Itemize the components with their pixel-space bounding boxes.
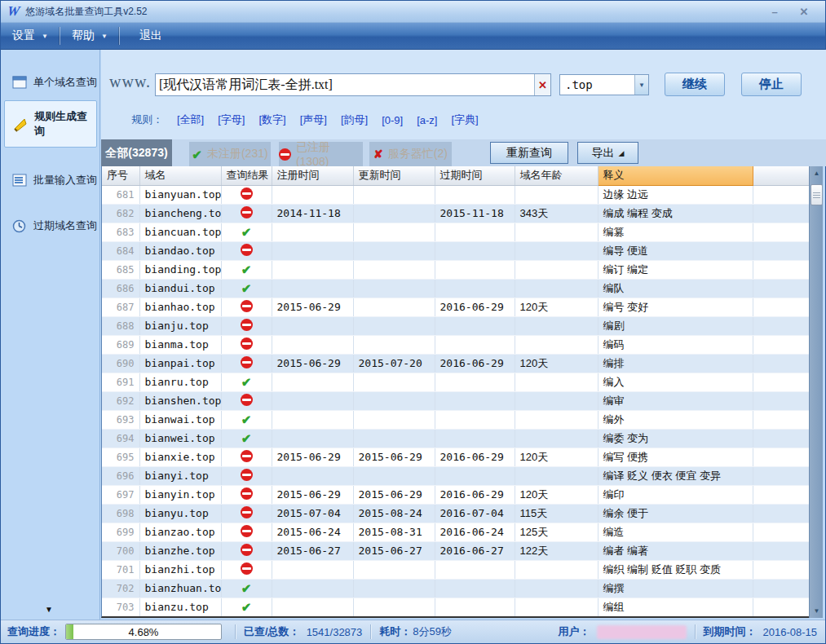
column-header-regdate[interactable]: 注册时间	[272, 166, 353, 185]
sidebar-item-expired-query[interactable]: 过期域名查询	[4, 210, 97, 242]
table-row[interactable]: 691bianru.top✔编入	[102, 373, 809, 391]
seq-cell: 685	[102, 260, 139, 279]
registered-denied-icon	[241, 525, 253, 537]
registered-denied-icon	[241, 337, 253, 350]
table-row[interactable]: 702bianzhuan.top✔编撰	[102, 579, 809, 598]
table-row[interactable]: 681bianyuan.top边缘 边远	[102, 185, 809, 204]
sidebar-scroll-more-icon[interactable]: ▼	[45, 605, 53, 614]
tab-all-results[interactable]: 全部(32873)	[101, 139, 172, 166]
rule-link-initials[interactable]: [声母]	[300, 112, 327, 127]
table-row[interactable]: 692bianshen.top编审	[102, 391, 809, 410]
expire-date-cell	[435, 241, 515, 260]
age-cell	[515, 279, 598, 298]
seq-cell: 681	[102, 185, 139, 204]
age-cell: 122天	[515, 541, 598, 560]
table-row[interactable]: 698bianyu.top2015-07-042015-08-242016-07…	[102, 504, 809, 523]
tab-unregistered[interactable]: ✔ 未注册(231)	[189, 142, 271, 166]
table-row[interactable]: 686biandui.top✔编队	[102, 279, 809, 298]
sidebar-item-rule-query[interactable]: 规则生成查询	[4, 100, 97, 148]
update-date-cell: 2015-08-31	[353, 523, 435, 541]
keyword-input[interactable]	[156, 74, 534, 95]
table-row[interactable]: 694bianwei.top✔编委 变为	[102, 429, 809, 448]
chevron-down-icon[interactable]: ▼	[42, 33, 48, 40]
sidebar-item-single-query[interactable]: 单个域名查询	[4, 66, 97, 99]
expire-date-cell	[435, 223, 515, 241]
menu-exit[interactable]: 退出	[128, 23, 174, 49]
status-divider	[695, 624, 696, 639]
domain-cell: bianyu.top	[139, 504, 221, 523]
rule-link-letters[interactable]: [字母]	[218, 112, 245, 127]
rule-link-digits[interactable]: [数字]	[258, 112, 285, 127]
chevron-down-icon[interactable]: ▼	[101, 33, 108, 40]
table-row[interactable]: 689bianma.top编码	[102, 335, 809, 354]
scroll-up-icon[interactable]: ▲	[810, 166, 824, 180]
table-row[interactable]: 693bianwai.top✔编外	[102, 410, 809, 429]
table-row[interactable]: 697bianyin.top2015-06-292015-06-292016-0…	[102, 485, 809, 504]
age-cell	[515, 335, 598, 354]
menu-help-label: 帮助	[72, 29, 95, 43]
rule-link-finals[interactable]: [韵母]	[341, 112, 368, 127]
table-row[interactable]: 695bianxie.top2015-06-292015-06-292016-0…	[102, 448, 809, 466]
rule-link-all[interactable]: [全部]	[177, 112, 204, 127]
table-row[interactable]: 687bianhao.top2015-06-292016-06-29120天编号…	[102, 298, 809, 316]
available-check-icon: ✔	[241, 262, 252, 276]
registered-denied-icon	[241, 300, 253, 312]
export-button[interactable]: 导出 ◢	[577, 142, 638, 164]
tab-server-busy[interactable]: ✘ 服务器忙(2)	[369, 142, 452, 166]
registered-denied-icon	[241, 356, 253, 368]
status-cell	[221, 560, 272, 579]
column-header-domain[interactable]: 域名	[139, 166, 221, 185]
column-header-result[interactable]: 查询结果	[221, 166, 272, 185]
requery-button[interactable]: 重新查询	[490, 142, 568, 164]
filler-cell	[753, 448, 809, 466]
table-row[interactable]: 690bianpai.top2015-06-292015-07-202016-0…	[102, 354, 809, 373]
column-header-seq[interactable]: 序号	[102, 166, 139, 185]
table-row[interactable]: 683biancuan.top✔编篡	[102, 223, 809, 241]
chevron-down-icon[interactable]: ▼	[634, 75, 648, 95]
menu-bar: 设置 ▼ 帮助 ▼ 退出	[1, 23, 825, 50]
table-row[interactable]: 699bianzao.top2015-06-242015-08-312016-0…	[102, 523, 809, 541]
rule-link-0-9[interactable]: [0-9]	[382, 114, 403, 126]
tab-registered[interactable]: 已注册(1308)	[279, 142, 363, 166]
tld-combobox[interactable]: .top ▼	[559, 74, 649, 95]
domain-cell: biancheng.top	[139, 204, 221, 223]
table-row[interactable]: 684biandao.top编导 便道	[102, 241, 809, 260]
domain-cell: bianzhuan.top	[139, 579, 221, 598]
table-row[interactable]: 703bianzu.top✔编组	[102, 598, 809, 616]
stop-button[interactable]: 停止	[741, 73, 802, 96]
filler-cell	[753, 598, 809, 616]
minimize-button[interactable]: –	[766, 6, 783, 18]
seq-cell: 689	[102, 335, 139, 354]
domain-cell: bianpai.top	[139, 354, 221, 373]
meaning-cell: 编队	[598, 279, 753, 298]
update-date-cell	[353, 260, 435, 279]
table-row[interactable]: 700bianzhe.top2015-06-272015-06-272016-0…	[102, 541, 809, 560]
update-date-cell	[353, 466, 435, 485]
column-header-expire[interactable]: 过期时间	[435, 166, 515, 185]
single-query-window-icon	[12, 76, 27, 89]
rule-link-dict[interactable]: [字典]	[451, 112, 478, 127]
vertical-scrollbar[interactable]: ▲ ▼	[809, 166, 823, 618]
table-row[interactable]: 688bianju.top编剧	[102, 316, 809, 335]
rule-link-a-z[interactable]: [a-z]	[417, 114, 437, 126]
update-date-cell	[353, 204, 435, 223]
clear-input-icon[interactable]: ✕	[534, 74, 550, 95]
menu-help[interactable]: 帮助 ▼	[60, 23, 119, 49]
scrollbar-thumb[interactable]	[811, 184, 823, 205]
menu-settings[interactable]: 设置 ▼	[1, 23, 60, 49]
table-row[interactable]: 696bianyi.top编译 贬义 便衣 便宜 变异	[102, 466, 809, 485]
continue-button[interactable]: 继续	[665, 73, 725, 96]
reg-date-cell: 2015-06-29	[272, 298, 353, 316]
title-bar[interactable]: W 悠游域名批量查询工具v2.52 – ✕	[1, 1, 825, 23]
column-header-update[interactable]: 更新时间	[353, 166, 435, 185]
scroll-down-icon[interactable]: ▼	[810, 604, 824, 618]
column-header-meaning[interactable]: 释义	[598, 166, 753, 185]
table-row[interactable]: 701bianzhi.top编织 编制 贬值 贬职 变质	[102, 560, 809, 579]
seq-cell: 697	[102, 485, 139, 504]
close-button[interactable]: ✕	[796, 6, 812, 18]
sidebar-item-batch-query[interactable]: 批量输入查询	[4, 164, 97, 196]
column-header-age[interactable]: 域名年龄	[515, 166, 598, 185]
table-row[interactable]: 682biancheng.top2014-11-182015-11-18343天…	[102, 204, 809, 223]
table-row[interactable]: 685bianding.top✔编订 编定	[102, 260, 809, 279]
age-cell: 343天	[515, 204, 598, 223]
